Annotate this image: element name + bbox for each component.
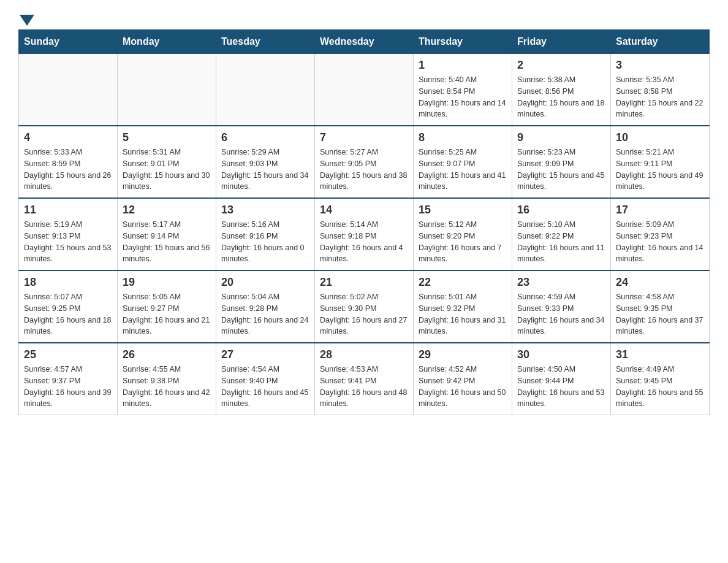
calendar-week-row: 11Sunrise: 5:19 AMSunset: 9:13 PMDayligh… [19,198,710,270]
day-number: 21 [320,276,408,289]
day-number: 10 [616,131,704,144]
calendar-cell [216,54,315,126]
calendar-cell: 18Sunrise: 5:07 AMSunset: 9:25 PMDayligh… [19,270,118,343]
day-info: Sunrise: 5:40 AMSunset: 8:54 PMDaylight:… [419,74,507,120]
day-info: Sunrise: 5:16 AMSunset: 9:16 PMDaylight:… [221,219,309,265]
column-header-wednesday: Wednesday [315,30,414,54]
calendar-cell: 10Sunrise: 5:21 AMSunset: 9:11 PMDayligh… [611,126,710,198]
day-number: 11 [24,204,112,216]
day-info: Sunrise: 4:54 AMSunset: 9:40 PMDaylight:… [221,364,309,410]
day-info: Sunrise: 5:17 AMSunset: 9:14 PMDaylight:… [123,219,211,265]
column-header-tuesday: Tuesday [216,30,315,54]
day-number: 1 [419,59,507,72]
day-info: Sunrise: 5:27 AMSunset: 9:05 PMDaylight:… [320,147,408,193]
calendar-cell: 31Sunrise: 4:49 AMSunset: 9:45 PMDayligh… [611,343,710,415]
column-header-saturday: Saturday [611,30,710,54]
day-number: 15 [419,204,507,216]
day-number: 16 [517,204,605,216]
day-info: Sunrise: 4:49 AMSunset: 9:45 PMDaylight:… [616,364,704,410]
calendar-cell: 5Sunrise: 5:31 AMSunset: 9:01 PMDaylight… [118,126,216,198]
calendar-cell: 25Sunrise: 4:57 AMSunset: 9:37 PMDayligh… [19,343,118,415]
column-header-sunday: Sunday [19,30,118,54]
day-info: Sunrise: 4:53 AMSunset: 9:41 PMDaylight:… [320,364,408,410]
day-number: 9 [517,131,605,144]
logo [18,12,36,23]
calendar-cell: 7Sunrise: 5:27 AMSunset: 9:05 PMDaylight… [315,126,414,198]
day-info: Sunrise: 5:01 AMSunset: 9:32 PMDaylight:… [419,291,507,337]
calendar-cell: 8Sunrise: 5:25 AMSunset: 9:07 PMDaylight… [414,126,512,198]
day-number: 18 [24,276,112,289]
calendar-cell: 1Sunrise: 5:40 AMSunset: 8:54 PMDaylight… [414,54,512,126]
day-info: Sunrise: 4:57 AMSunset: 9:37 PMDaylight:… [24,364,112,410]
day-number: 24 [616,276,704,289]
calendar-cell: 11Sunrise: 5:19 AMSunset: 9:13 PMDayligh… [19,198,118,270]
day-info: Sunrise: 5:10 AMSunset: 9:22 PMDaylight:… [517,219,605,265]
calendar-cell [118,54,216,126]
calendar-cell: 17Sunrise: 5:09 AMSunset: 9:23 PMDayligh… [611,198,710,270]
calendar-cell: 23Sunrise: 4:59 AMSunset: 9:33 PMDayligh… [512,270,611,343]
day-number: 14 [320,204,408,216]
calendar-week-row: 25Sunrise: 4:57 AMSunset: 9:37 PMDayligh… [19,343,710,415]
calendar-cell: 20Sunrise: 5:04 AMSunset: 9:28 PMDayligh… [216,270,315,343]
day-number: 26 [123,348,211,361]
day-number: 30 [517,348,605,361]
calendar-cell: 19Sunrise: 5:05 AMSunset: 9:27 PMDayligh… [118,270,216,343]
calendar-week-row: 18Sunrise: 5:07 AMSunset: 9:25 PMDayligh… [19,270,710,343]
day-info: Sunrise: 5:09 AMSunset: 9:23 PMDaylight:… [616,219,704,265]
day-number: 19 [123,276,211,289]
page-header [18,12,710,23]
calendar-week-row: 1Sunrise: 5:40 AMSunset: 8:54 PMDaylight… [19,54,710,126]
calendar-cell: 4Sunrise: 5:33 AMSunset: 8:59 PMDaylight… [19,126,118,198]
day-number: 17 [616,204,704,216]
day-number: 20 [221,276,309,289]
calendar-week-row: 4Sunrise: 5:33 AMSunset: 8:59 PMDaylight… [19,126,710,198]
day-info: Sunrise: 5:12 AMSunset: 9:20 PMDaylight:… [419,219,507,265]
column-header-thursday: Thursday [414,30,512,54]
day-info: Sunrise: 4:55 AMSunset: 9:38 PMDaylight:… [123,364,211,410]
calendar-cell: 24Sunrise: 4:58 AMSunset: 9:35 PMDayligh… [611,270,710,343]
day-info: Sunrise: 4:58 AMSunset: 9:35 PMDaylight:… [616,291,704,337]
day-info: Sunrise: 4:50 AMSunset: 9:44 PMDaylight:… [517,364,605,410]
day-number: 22 [419,276,507,289]
day-info: Sunrise: 5:31 AMSunset: 9:01 PMDaylight:… [123,147,211,193]
calendar-cell: 13Sunrise: 5:16 AMSunset: 9:16 PMDayligh… [216,198,315,270]
day-info: Sunrise: 5:07 AMSunset: 9:25 PMDaylight:… [24,291,112,337]
calendar-cell: 2Sunrise: 5:38 AMSunset: 8:56 PMDaylight… [512,54,611,126]
calendar-cell [315,54,414,126]
day-info: Sunrise: 5:23 AMSunset: 9:09 PMDaylight:… [517,147,605,193]
day-number: 2 [517,59,605,72]
day-number: 29 [419,348,507,361]
day-number: 7 [320,131,408,144]
day-info: Sunrise: 5:21 AMSunset: 9:11 PMDaylight:… [616,147,704,193]
day-number: 3 [616,59,704,72]
column-header-friday: Friday [512,30,611,54]
calendar-cell: 3Sunrise: 5:35 AMSunset: 8:58 PMDaylight… [611,54,710,126]
calendar-cell: 26Sunrise: 4:55 AMSunset: 9:38 PMDayligh… [118,343,216,415]
calendar-cell: 15Sunrise: 5:12 AMSunset: 9:20 PMDayligh… [414,198,512,270]
day-number: 27 [221,348,309,361]
calendar-cell: 21Sunrise: 5:02 AMSunset: 9:30 PMDayligh… [315,270,414,343]
day-info: Sunrise: 5:14 AMSunset: 9:18 PMDaylight:… [320,219,408,265]
calendar-cell: 27Sunrise: 4:54 AMSunset: 9:40 PMDayligh… [216,343,315,415]
calendar-cell: 9Sunrise: 5:23 AMSunset: 9:09 PMDaylight… [512,126,611,198]
calendar-cell: 28Sunrise: 4:53 AMSunset: 9:41 PMDayligh… [315,343,414,415]
calendar-header-row: SundayMondayTuesdayWednesdayThursdayFrid… [19,30,710,54]
day-info: Sunrise: 5:25 AMSunset: 9:07 PMDaylight:… [419,147,507,193]
day-number: 28 [320,348,408,361]
day-info: Sunrise: 5:35 AMSunset: 8:58 PMDaylight:… [616,74,704,120]
calendar-table: SundayMondayTuesdayWednesdayThursdayFrid… [18,29,710,415]
day-info: Sunrise: 5:04 AMSunset: 9:28 PMDaylight:… [221,291,309,337]
day-info: Sunrise: 4:59 AMSunset: 9:33 PMDaylight:… [517,291,605,337]
day-number: 25 [24,348,112,361]
calendar-cell: 22Sunrise: 5:01 AMSunset: 9:32 PMDayligh… [414,270,512,343]
day-number: 23 [517,276,605,289]
calendar-cell: 14Sunrise: 5:14 AMSunset: 9:18 PMDayligh… [315,198,414,270]
calendar-cell: 12Sunrise: 5:17 AMSunset: 9:14 PMDayligh… [118,198,216,270]
day-info: Sunrise: 5:19 AMSunset: 9:13 PMDaylight:… [24,219,112,265]
calendar-cell: 30Sunrise: 4:50 AMSunset: 9:44 PMDayligh… [512,343,611,415]
day-info: Sunrise: 5:38 AMSunset: 8:56 PMDaylight:… [517,74,605,120]
day-number: 5 [123,131,211,144]
calendar-cell [19,54,118,126]
day-number: 31 [616,348,704,361]
column-header-monday: Monday [118,30,216,54]
